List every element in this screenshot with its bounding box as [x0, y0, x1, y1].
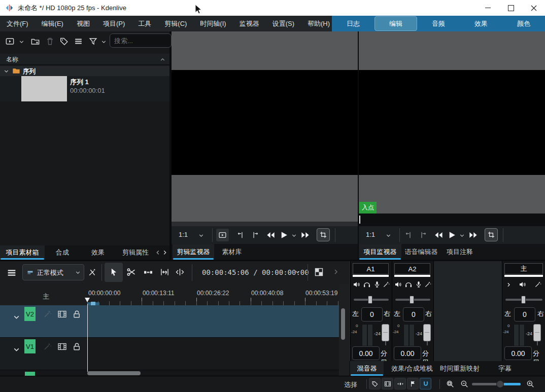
menu-timeline[interactable]: 时间轴(I) [193, 19, 232, 28]
track-lock-icon[interactable] [72, 309, 82, 319]
playhead-marker[interactable] [85, 298, 90, 302]
record-mic-icon[interactable] [415, 280, 423, 289]
zone-mode-button[interactable] [317, 228, 330, 241]
volume-fader-handle[interactable] [423, 324, 431, 341]
search-input[interactable] [110, 33, 172, 48]
play-dropdown-icon[interactable] [291, 232, 297, 239]
layout-tab-color[interactable]: 颜色 [502, 16, 545, 31]
create-folder-icon[interactable] [30, 37, 40, 46]
snap-toggle-button[interactable] [420, 378, 431, 389]
channel-label-box[interactable]: A1 [353, 263, 389, 274]
select-tool-button[interactable] [105, 263, 123, 282]
seekbar-playhead[interactable] [359, 216, 360, 224]
menu-tools[interactable]: 工具 [131, 19, 158, 28]
play-icon[interactable] [279, 230, 289, 240]
track-effects-icon[interactable] [43, 342, 52, 351]
menu-monitor[interactable]: 监视器 [233, 19, 266, 28]
pan-value-box[interactable]: 0 [514, 307, 535, 322]
track-effects-icon[interactable] [43, 309, 52, 319]
mark-out-icon[interactable] [419, 231, 427, 239]
track-collapse-icon[interactable] [12, 313, 21, 322]
track-lane-v2[interactable] [87, 305, 339, 337]
timeline-zoom-slider[interactable] [472, 383, 521, 385]
timeline-horizontal-scrollbar[interactable] [87, 371, 141, 375]
clip-monitor-frame[interactable] [172, 70, 358, 175]
track-thumbnails-icon[interactable] [57, 309, 67, 319]
monitor-clip-button[interactable] [216, 229, 229, 241]
timeline-ruler[interactable]: 主 00:00:00:00 00:00:13:11 00:00:26:22 00… [0, 284, 349, 305]
bin-name-header[interactable]: 名称 [0, 54, 169, 65]
track-thumbnails-icon[interactable] [57, 342, 67, 351]
show-markers-button[interactable] [369, 378, 381, 389]
track-header-v1[interactable]: V1 [0, 338, 87, 370]
tab-compositions[interactable]: 合成 [45, 245, 80, 260]
volume-value-box[interactable]: 0.00 [504, 346, 532, 360]
monitor-headphones-icon[interactable] [404, 280, 413, 289]
mark-in-icon[interactable] [404, 231, 413, 239]
zone-handle[interactable] [91, 302, 95, 305]
tab-effect-stack[interactable]: 效果/合成堆栈 [387, 361, 437, 376]
menu-view[interactable]: 视图 [70, 19, 96, 28]
tab-speech-editor[interactable]: 语音编辑器 [402, 244, 440, 260]
track-row-v2[interactable]: V2 [0, 305, 339, 338]
project-monitor-seekbar[interactable] [359, 213, 545, 226]
edit-mode-dropdown[interactable]: 正常模式 [22, 264, 84, 280]
layout-tab-editing[interactable]: 编辑 [374, 16, 417, 31]
pan-slider-handle[interactable] [368, 296, 372, 304]
track-row-v1[interactable]: V1 [0, 338, 339, 370]
forward-icon[interactable] [468, 230, 478, 240]
bin-folder-row[interactable]: 序列 [0, 66, 169, 76]
channel-effects-icon[interactable] [424, 280, 432, 289]
menu-file[interactable]: 文件(F) [0, 19, 35, 28]
zoom-in-icon[interactable] [526, 379, 535, 388]
razor-tool-icon[interactable] [126, 267, 137, 277]
track-lock-icon[interactable] [72, 342, 82, 351]
collapse-strip-icon[interactable] [505, 281, 512, 288]
forward-icon[interactable] [300, 230, 310, 240]
rewind-icon[interactable] [266, 230, 276, 240]
menu-project[interactable]: 项目(P) [96, 19, 131, 28]
slip-tool-icon[interactable] [175, 267, 185, 277]
tab-effects[interactable]: 效果 [80, 245, 116, 260]
mute-icon[interactable] [353, 280, 361, 289]
channel-effects-icon[interactable] [382, 280, 390, 289]
filter-icon[interactable] [88, 37, 98, 46]
close-button[interactable] [523, 0, 545, 16]
zone-mode-button[interactable] [485, 228, 498, 241]
layout-tab-log[interactable]: 日志 [332, 16, 374, 31]
tab-mixer[interactable]: 混音器 [350, 361, 384, 376]
tab-library[interactable]: 素材库 [215, 244, 249, 260]
clip-monitor-seekbar[interactable] [172, 222, 358, 226]
filter-dropdown-icon[interactable] [100, 39, 107, 45]
mark-in-icon[interactable] [236, 231, 245, 239]
delete-icon[interactable] [45, 37, 55, 46]
tab-subtitles[interactable]: 字幕 [482, 361, 528, 376]
layout-tab-audio[interactable]: 音频 [417, 16, 460, 31]
add-clip-icon[interactable] [5, 37, 15, 46]
layout-tab-effects[interactable]: 效果 [460, 16, 502, 31]
pane-expand-icon[interactable] [332, 268, 340, 276]
channel-effects-icon[interactable] [534, 280, 542, 289]
tab-project-notes[interactable]: 项目注释 [441, 244, 479, 260]
split-compare-icon[interactable] [314, 267, 324, 277]
track-header-v2[interactable]: V2 [0, 305, 87, 337]
menu-edit[interactable]: 编辑(E) [35, 19, 70, 28]
pan-value-box[interactable]: 0 [361, 307, 383, 322]
tab-scroll-right-icon[interactable] [161, 249, 168, 256]
audio-thumbnails-button[interactable] [394, 378, 406, 389]
channel-label-box[interactable]: 主 [504, 263, 543, 274]
volume-value-box[interactable]: 0.00 [352, 346, 380, 360]
monitor-headphones-icon[interactable] [363, 280, 371, 289]
collapse-header-icon[interactable] [159, 56, 166, 63]
volume-fader-handle[interactable] [382, 324, 389, 341]
timeline-master-label[interactable]: 主 [43, 292, 49, 301]
maximize-button[interactable] [499, 0, 523, 16]
zoom-dropdown-icon[interactable] [385, 232, 392, 239]
menu-clip[interactable]: 剪辑(C) [158, 19, 193, 28]
timeline-menu-icon[interactable] [6, 267, 17, 278]
minimize-button[interactable] [476, 0, 499, 16]
track-badge[interactable]: V2 [24, 307, 36, 321]
add-clip-dropdown-icon[interactable] [18, 39, 25, 45]
zoom-slider-handle[interactable] [496, 380, 504, 388]
tab-scroll-left-icon[interactable] [154, 249, 161, 256]
